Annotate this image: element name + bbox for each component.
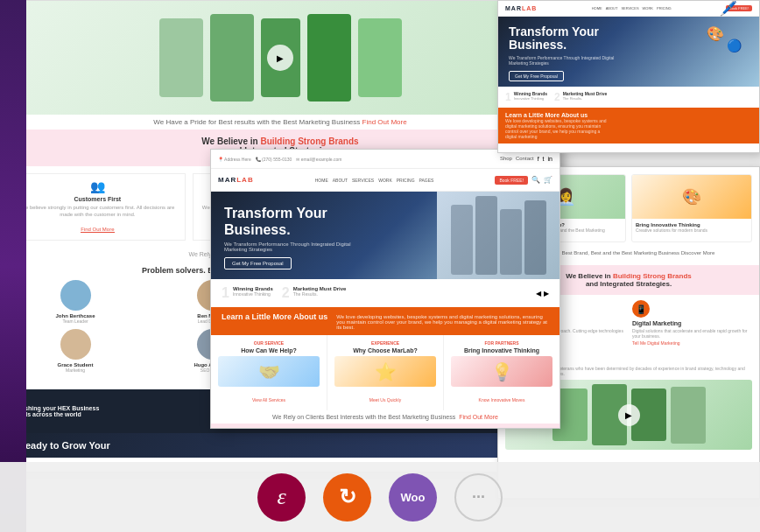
middle-step-2: 2 Marketing Must Drive The Results. — [282, 286, 347, 300]
service-col-why: EXPERIENCE Why Choose MarLab? ⭐ Meet Us … — [327, 335, 444, 410]
br-digital-icon: 📱 — [632, 300, 650, 318]
middle-nav-arrows: ◀ ▶ — [536, 286, 549, 300]
tr-nav-work[interactable]: WORK — [643, 6, 653, 10]
tr-hero-btn[interactable]: Get My Free Proposal — [509, 71, 564, 81]
middle-service-cols: OUR SERVICE How Can We Help? 🤝 View All … — [211, 335, 559, 410]
updraft-wrapper: ↻ — [323, 473, 371, 522]
br-why-sub-2: Creative solutions for modern brands — [636, 228, 748, 233]
step-number-1: 1 — [505, 91, 511, 103]
step-text-1: Winning Brands Innovative Thinking — [514, 91, 547, 101]
br-why-card-2: 🎨 Bring Innovative Thinking Creative sol… — [631, 174, 752, 242]
member-role: Marketing — [10, 368, 141, 373]
service-tag-2: EXPERIENCE — [334, 340, 436, 346]
br-play-btn[interactable]: ▶ — [618, 404, 640, 426]
updraft-icon[interactable]: ↻ — [323, 473, 371, 522]
left-pink-highlight: Building Strong Brands — [260, 136, 358, 146]
middle-step-content-2: Marketing Must Drive The Results. — [293, 286, 347, 297]
next-arrow[interactable]: ▶ — [544, 290, 549, 298]
middle-cta-btn[interactable]: Book FREE! — [495, 176, 528, 185]
tr-nav-home[interactable]: HOME — [592, 6, 602, 10]
service-img-3: 💡 — [451, 356, 552, 387]
middle-step-sub-1: Innovative Thinking — [233, 291, 273, 297]
nav-home[interactable]: HOME — [315, 178, 328, 183]
service-img-2: ⭐ — [334, 356, 436, 387]
card-customers-btn[interactable]: Find Out More — [81, 227, 114, 233]
woo-icon[interactable]: Woo — [389, 473, 437, 522]
woo-wrapper: Woo — [389, 473, 437, 522]
left-hero-image: ▶ — [1, 1, 559, 115]
br-digital-title: Digital Marketing — [632, 320, 752, 326]
tr-learn-text: Learn a Little More About us We love dev… — [505, 112, 610, 139]
tr-logo: MARLAB — [505, 5, 537, 11]
service-tag-1: OUR SERVICE — [218, 340, 320, 346]
tr-nav-services[interactable]: SERVICES — [621, 6, 638, 10]
social-linkedin[interactable]: in — [548, 156, 552, 162]
service-tag-3: FOR PARTNERS — [451, 340, 552, 346]
nav-about[interactable]: ABOUT — [333, 178, 348, 183]
nav-services[interactable]: SERVICES — [352, 178, 374, 183]
member-role: Team Leader — [10, 318, 141, 324]
more-wrapper: ··· — [454, 473, 503, 522]
service-link-3[interactable]: Know Innovative Moves — [479, 397, 525, 402]
step-sub-1: Innovative Thinking — [514, 96, 547, 101]
screenshot-middle: 📍 Address Here 📞 (270) 555-0130 ✉ email@… — [210, 149, 560, 429]
middle-step-content-1: Winning Brands Innovative Thinking — [233, 286, 273, 297]
nav-pages[interactable]: PAGES — [419, 178, 434, 183]
card-customers-title: Customers First — [16, 196, 179, 202]
ready-heading: Ready to Grow Your — [18, 440, 542, 451]
middle-hero-btn[interactable]: Get My Free Proposal — [224, 257, 292, 270]
search-icon[interactable]: 🔍 — [531, 176, 540, 184]
card-customers-text: We believe strongly in putting our custo… — [16, 205, 179, 219]
service-title-3: Bring Innovative Thinking — [451, 347, 552, 354]
tr-nav-about[interactable]: ABOUT — [606, 6, 618, 10]
middle-find-more-link[interactable]: Find Out More — [459, 414, 498, 420]
br-why-text-2: Bring Innovative Thinking Creative solut… — [632, 219, 751, 236]
middle-logo: MARLAB — [218, 176, 254, 184]
social-twitter[interactable]: t — [543, 156, 545, 162]
main-collage: ▶ We Have a Pride for Best results with … — [0, 0, 760, 532]
team-member: John Berthcase Team Leader — [10, 280, 141, 324]
br-digital-link[interactable]: Tell Me Digital Marketing — [632, 340, 752, 346]
br-service-digital: 📱 Digital Marketing Digital solutions th… — [632, 300, 752, 346]
service-col-help: OUR SERVICE How Can We Help? 🤝 View All … — [211, 335, 327, 410]
service-link-1[interactable]: View All Services — [252, 397, 285, 402]
middle-bottom-tagline: We Rely on Clients Best Interests with t… — [211, 410, 559, 424]
br-we-believe-highlight: Building Strong Brands — [613, 272, 692, 280]
cart-icon[interactable]: 🛒 — [544, 176, 552, 184]
service-link-2[interactable]: Meet Us Quickly — [369, 397, 401, 402]
orange-section-description: We love developing websites, bespoke sys… — [327, 312, 549, 330]
middle-nav-shop[interactable]: Shop — [500, 156, 512, 162]
middle-nav-email: ✉ email@example.com — [296, 157, 341, 162]
middle-hero-heading: Transform YourBusiness. — [224, 205, 364, 238]
purple-edge — [0, 0, 26, 532]
elementor-icon[interactable]: ε — [257, 473, 306, 522]
step-text-2: Marketing Must Drive The Results. — [563, 91, 608, 101]
more-icon[interactable]: ··· — [454, 473, 503, 522]
social-facebook[interactable]: f — [538, 156, 539, 162]
middle-orange-section: Learn a Little More About us We love dev… — [211, 307, 559, 335]
tr-nav-pricing[interactable]: PRICING — [657, 6, 672, 10]
tr-learn-subtext: We love developing websites, bespoke sys… — [505, 118, 610, 139]
middle-pink-section: We Believe in Building Strong Brandsand … — [211, 424, 559, 429]
service-title-2: Why Choose MarLab? — [334, 347, 436, 354]
nav-pricing[interactable]: PRICING — [397, 178, 415, 183]
bottom-plugin-bar: ε ↻ Woo ··· — [0, 462, 760, 532]
tr-hero: Transform YourBusiness. We Transform Per… — [498, 17, 759, 87]
tr-steps: 1 Winning Brands Innovative Thinking 2 M… — [498, 87, 759, 108]
middle-learn-text: We love developing websites, bespoke sys… — [336, 314, 549, 330]
updraft-symbol: ↻ — [339, 485, 356, 509]
play-button[interactable]: ▶ — [267, 45, 293, 71]
elementor-wrapper: ε — [257, 473, 306, 522]
br-digital-text: Digital solutions that accelerate and en… — [632, 328, 752, 339]
middle-step-1: 1 Winning Brands Innovative Thinking — [222, 286, 273, 300]
middle-nav-contact[interactable]: Contact — [516, 156, 534, 162]
more-symbol: ··· — [472, 488, 485, 507]
elementor-symbol: ε — [277, 484, 285, 510]
prev-arrow[interactable]: ◀ — [536, 290, 541, 298]
middle-hero-subtext: We Transform Performance Through Integra… — [224, 242, 355, 252]
middle-nav-phone: 📞 (270) 555-0130 — [256, 157, 292, 162]
avatar — [60, 329, 91, 360]
nav-work[interactable]: WORK — [378, 178, 392, 183]
middle-main-nav: MARLAB HOME ABOUT SERVICES WORK PRICING … — [211, 169, 559, 192]
ready-section: Ready to Grow Your — [1, 433, 559, 458]
